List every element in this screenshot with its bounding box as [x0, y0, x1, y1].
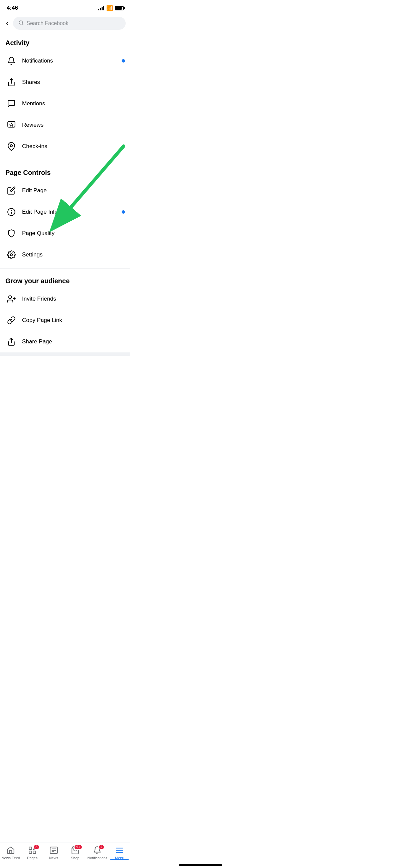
link-icon [5, 314, 18, 326]
info-circle-icon [5, 206, 18, 218]
menu-item-edit-page-info[interactable]: Edit Page Info [0, 201, 130, 223]
bell-icon [5, 55, 18, 67]
copy-page-link-label: Copy Page Link [22, 317, 125, 324]
menu-item-shares[interactable]: Shares [0, 71, 130, 93]
divider-2 [0, 268, 130, 269]
status-icons: 📶 [98, 5, 124, 11]
menu-item-copy-page-link[interactable]: Copy Page Link [0, 310, 130, 331]
back-button[interactable]: ‹ [5, 18, 10, 29]
mentions-label: Mentions [22, 100, 125, 107]
star-bubble-icon [5, 119, 18, 131]
edit-page-label: Edit Page [22, 187, 125, 194]
svg-point-12 [9, 296, 12, 299]
menu-item-edit-page[interactable]: Edit Page [0, 180, 130, 201]
menu-item-invite-friends[interactable]: Invite Friends [0, 288, 130, 310]
grow-audience-header: Grow your audience [0, 271, 130, 288]
person-plus-icon [5, 293, 18, 305]
page-quality-label: Page Quality [22, 230, 125, 237]
svg-point-9 [10, 254, 13, 256]
share-page-icon [5, 336, 18, 348]
reviews-label: Reviews [22, 122, 125, 128]
edit-page-info-dot [122, 210, 125, 214]
search-placeholder: Search Facebook [26, 21, 68, 26]
menu-item-reviews[interactable]: Reviews [0, 114, 130, 136]
menu-item-share-page[interactable]: Share Page [0, 331, 130, 352]
edit-page-info-label: Edit Page Info [22, 209, 125, 215]
menu-item-settings[interactable]: Settings [0, 244, 130, 266]
svg-marker-4 [10, 123, 13, 126]
gray-separator [0, 352, 130, 356]
page-controls-section: Page Controls Edit Page Edit Page Info P… [0, 163, 130, 266]
grow-audience-section: Grow your audience Invite Friends Copy P… [0, 271, 130, 352]
share-page-label: Share Page [22, 338, 125, 345]
checkins-label: Check-ins [22, 143, 125, 150]
invite-friends-label: Invite Friends [22, 296, 125, 302]
share-icon [5, 76, 18, 88]
page-controls-header: Page Controls [0, 163, 130, 180]
mention-icon [5, 98, 18, 110]
menu-item-notifications[interactable]: Notifications [0, 50, 130, 71]
location-icon [5, 141, 18, 152]
notifications-dot [122, 59, 125, 63]
activity-section: Activity Notifications Shares Mentions [0, 33, 130, 157]
shares-label: Shares [22, 79, 125, 86]
status-bar: 4:46 📶 [0, 0, 130, 14]
svg-line-1 [22, 24, 23, 25]
gear-icon [5, 249, 18, 261]
notifications-label: Notifications [22, 58, 125, 64]
wifi-icon: 📶 [106, 5, 113, 11]
status-time: 4:46 [7, 5, 18, 11]
svg-rect-3 [8, 121, 15, 127]
signal-icon [98, 6, 104, 10]
search-icon [19, 20, 24, 26]
svg-point-5 [10, 145, 13, 147]
shield-icon [5, 227, 18, 239]
search-bar[interactable]: Search Facebook [13, 17, 126, 30]
activity-header: Activity [0, 33, 130, 50]
settings-label: Settings [22, 251, 125, 258]
battery-icon [115, 6, 124, 10]
menu-item-mentions[interactable]: Mentions [0, 93, 130, 114]
divider-1 [0, 160, 130, 160]
search-bar-row: ‹ Search Facebook [0, 14, 130, 33]
pencil-icon [5, 185, 18, 196]
menu-item-checkins[interactable]: Check-ins [0, 136, 130, 157]
menu-item-page-quality[interactable]: Page Quality [0, 223, 130, 244]
